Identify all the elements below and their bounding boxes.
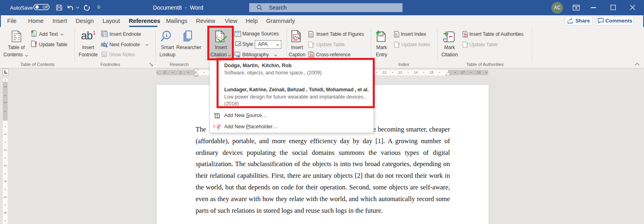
svg-text:?: ?	[217, 126, 220, 132]
svg-text:Off: Off	[43, 5, 48, 9]
